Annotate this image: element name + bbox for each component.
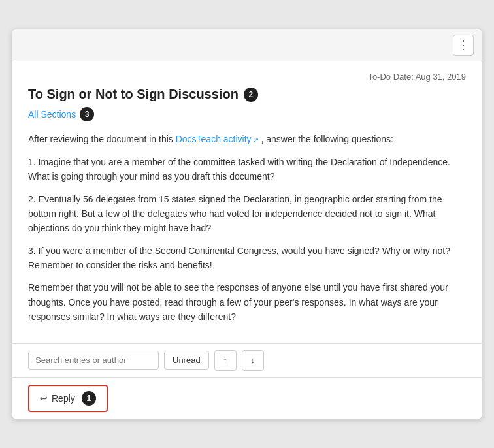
reply-bar: ↩ Reply 1 [12,377,482,419]
sort-down-icon: ↓ [250,355,255,365]
question-1: 1. Imagine that you are a member of the … [28,155,466,184]
sort-up-button[interactable]: ↑ [214,350,237,371]
external-link-icon: ↗ [253,136,259,144]
reply-icon: ↩ [40,393,48,404]
search-input[interactable] [28,351,159,370]
sort-down-button[interactable]: ↓ [242,350,264,371]
discussion-window: ⋮ To-Do Date: Aug 31, 2019 To Sign or No… [12,29,482,419]
reply-label: Reply [52,393,75,404]
question-2: 2. Eventually 56 delegates from 15 state… [28,192,466,236]
intro-paragraph: After reviewing the document in this Doc… [28,132,466,146]
description-body: After reviewing the document in this Doc… [28,132,466,324]
discussion-title: To Sign or Not to Sign Discussion [28,87,239,102]
sections-row: All Sections 3 [28,107,466,121]
kebab-menu-button[interactable]: ⋮ [453,35,474,56]
unread-button[interactable]: Unread [164,351,209,370]
kebab-icon: ⋮ [457,38,469,52]
docs-link[interactable]: DocsTeach activity↗ [176,134,261,144]
title-badge: 2 [244,88,258,102]
reminder-paragraph: Remember that you will not be able to se… [28,280,466,324]
content-area: To-Do Date: Aug 31, 2019 To Sign or Not … [12,61,482,342]
todo-date: To-Do Date: Aug 31, 2019 [28,72,466,82]
reply-badge: 1 [82,391,96,406]
sort-up-icon: ↑ [223,355,227,365]
all-sections-link[interactable]: All Sections [28,109,76,120]
reply-button[interactable]: ↩ Reply 1 [28,385,108,412]
title-row: To Sign or Not to Sign Discussion 2 [28,87,466,102]
sections-badge: 3 [80,107,94,121]
question-3: 3. If you were a member of the Second Co… [28,244,466,273]
top-bar: ⋮ [12,29,482,61]
filter-bar: Unread ↑ ↓ [12,343,482,377]
